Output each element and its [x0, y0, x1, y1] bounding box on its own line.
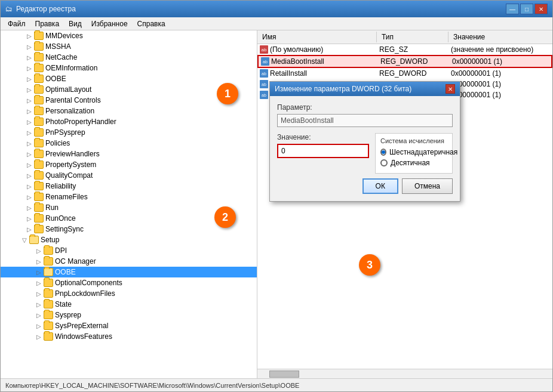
- tree-item-setup[interactable]: ▽ Setup: [1, 234, 257, 245]
- dialog-title-text: Изменение параметра DWORD (32 бита): [275, 85, 411, 93]
- tree-item-qualitycompat[interactable]: ▷ QualityCompat: [1, 170, 257, 181]
- tree-label: RunOnce: [45, 214, 76, 223]
- radio-hex-circle: [380, 149, 386, 156]
- folder-icon: [44, 289, 53, 298]
- horiz-scroll-thumb[interactable]: [269, 371, 299, 378]
- status-text: Компьютер\HKEY_LOCAL_MACHINE\SOFTWARE\Mi…: [5, 382, 299, 389]
- folder-icon: [34, 118, 44, 126]
- expand-arrow: ▷: [34, 321, 44, 331]
- folder-icon: [34, 32, 44, 40]
- folder-icon: [34, 225, 44, 233]
- folder-icon: [34, 85, 44, 94]
- tree-item-reliability[interactable]: ▷ Reliability: [1, 181, 257, 192]
- tree-item-propertysystem[interactable]: ▷ PropertySystem: [1, 159, 257, 170]
- menu-file[interactable]: Файл: [3, 18, 30, 29]
- header-type[interactable]: Тип: [377, 32, 448, 42]
- dword-dialog: Изменение параметра DWORD (32 бита) ✕ Па…: [269, 81, 460, 202]
- reg-icon-dword2: ab: [260, 69, 268, 78]
- expand-arrow: ▷: [34, 310, 44, 320]
- folder-icon: [34, 150, 44, 158]
- tree-label: NetCache: [45, 53, 77, 61]
- header-name[interactable]: Имя: [257, 32, 377, 42]
- title-controls: — □ ✕: [506, 4, 548, 14]
- tree-item-windowsfeatures[interactable]: ▷ WindowsFeatures: [1, 331, 257, 342]
- reg-icon-dword4: ab: [260, 91, 268, 99]
- reg-value-lang: 0x00000001 (1): [448, 90, 552, 100]
- menu-favorites[interactable]: Избранное: [87, 18, 133, 29]
- value-input[interactable]: [277, 144, 369, 158]
- tree-label: OOBE: [45, 75, 66, 83]
- reg-row-retail[interactable]: ab RetailInstall REG_DWORD 0x00000001 (1…: [257, 68, 552, 79]
- status-bar: Компьютер\HKEY_LOCAL_MACHINE\SOFTWARE\Mi…: [1, 378, 552, 391]
- minimize-button[interactable]: —: [506, 4, 519, 14]
- folder-icon: [44, 300, 53, 308]
- folder-icon: [34, 203, 44, 212]
- tree-label: OptimalLayout: [45, 85, 91, 94]
- expand-arrow: ▷: [34, 246, 44, 255]
- menu-edit[interactable]: Правка: [30, 18, 64, 29]
- tree-label: DPI: [55, 246, 67, 255]
- tree-item-sysprep[interactable]: ▷ Sysprep: [1, 310, 257, 320]
- maximize-button[interactable]: □: [520, 4, 533, 14]
- tree-item-oobe[interactable]: ▷ OOBE: [1, 73, 257, 84]
- expand-arrow: ▷: [34, 300, 44, 309]
- reg-type-media: REG_DWORD: [378, 57, 450, 66]
- expand-arrow: ▷: [24, 160, 34, 169]
- expand-arrow: ▷: [24, 74, 34, 84]
- radio-dec[interactable]: Десятичная: [380, 159, 447, 167]
- reg-icon-dword3: ab: [260, 80, 268, 88]
- tree-label: PhotoPropertyHandler: [45, 118, 116, 126]
- tree-label: OEMInformation: [45, 64, 97, 72]
- tree-item-personalization[interactable]: ▷ Personalization: [1, 106, 257, 116]
- tree-item-state[interactable]: ▷ State: [1, 299, 257, 310]
- folder-icon: [34, 128, 44, 137]
- menu-help[interactable]: Справка: [133, 18, 170, 29]
- tree-label: Sysprep: [55, 311, 81, 319]
- tree-item-ocmanager[interactable]: ▷ OC Manager: [1, 256, 257, 267]
- header-value[interactable]: Значение: [448, 32, 552, 42]
- param-input: [277, 114, 453, 127]
- reg-row-mediabootinstall[interactable]: ab MediaBootInstall REG_DWORD 0x00000001…: [257, 55, 552, 68]
- cancel-button[interactable]: Отмена: [402, 178, 453, 194]
- radio-hex[interactable]: Шестнадцатеричная: [380, 148, 447, 156]
- tree-item-sysprepexternal[interactable]: ▷ SysPrepExternal: [1, 320, 257, 331]
- expand-arrow: ▷: [24, 149, 34, 159]
- reg-type-retail: REG_DWORD: [377, 69, 448, 78]
- tree-item-previewhandlers[interactable]: ▷ PreviewHandlers: [1, 149, 257, 159]
- tree-item-dpi[interactable]: ▷ DPI: [1, 245, 257, 256]
- tree-item-policies[interactable]: ▷ Policies: [1, 138, 257, 149]
- ok-button[interactable]: ОК: [362, 178, 398, 194]
- horizontal-scrollbar[interactable]: [257, 369, 552, 378]
- menu-view[interactable]: Вид: [64, 18, 87, 29]
- tree-label: PnpLockdownFiles: [55, 289, 115, 298]
- main-window: 🗂 Редактор реестра — □ ✕ Файл Правка Вид…: [0, 0, 553, 392]
- tree-item-oobe-setup[interactable]: ▷ OOBE: [1, 267, 257, 277]
- reg-row-default[interactable]: ab (По умолчанию) REG_SZ (значение не пр…: [257, 44, 552, 55]
- radio-group: Система исчисления Шестнадцатеричная Дес…: [375, 133, 453, 174]
- expand-arrow: ▷: [24, 31, 34, 41]
- tree-item-mmdevices[interactable]: ▷ MMDevices: [1, 30, 257, 41]
- param-label: Параметр:: [277, 103, 453, 112]
- tree-label: MSSHA: [45, 42, 71, 51]
- callout-1: 1: [217, 83, 238, 104]
- tree-item-renamefiles[interactable]: ▷ RenameFiles: [1, 192, 257, 202]
- tree-item-mssha[interactable]: ▷ MSSHA: [1, 41, 257, 52]
- title-bar: 🗂 Редактор реестра — □ ✕: [1, 1, 552, 17]
- dialog-close-button[interactable]: ✕: [446, 84, 455, 94]
- main-content: ▷ MMDevices ▷ MSSHA ▷ NetCache ▷ OEMInfo…: [1, 30, 552, 378]
- callout-3: 3: [359, 254, 380, 276]
- tree-label: MMDevices: [45, 32, 83, 40]
- window-title: Редактор реестра: [16, 5, 76, 13]
- close-button[interactable]: ✕: [534, 4, 548, 14]
- tree-label: QualityCompat: [45, 171, 93, 180]
- tree-item-oeminformation[interactable]: ▷ OEMInformation: [1, 63, 257, 73]
- tree-item-photoproperty[interactable]: ▷ PhotoPropertyHandler: [1, 116, 257, 127]
- tree-label: SysPrepExternal: [55, 322, 108, 330]
- tree-item-pnplockdown[interactable]: ▷ PnpLockdownFiles: [1, 288, 257, 299]
- tree-item-optionalcomponents[interactable]: ▷ OptionalComponents: [1, 277, 257, 288]
- expand-arrow: ▷: [34, 332, 44, 341]
- tree-item-pnpsysprep[interactable]: ▷ PnPSysprep: [1, 127, 257, 138]
- tree-label: Parental Controls: [45, 96, 101, 104]
- radio-dec-label: Десятичная: [391, 159, 430, 167]
- tree-item-netcache[interactable]: ▷ NetCache: [1, 52, 257, 63]
